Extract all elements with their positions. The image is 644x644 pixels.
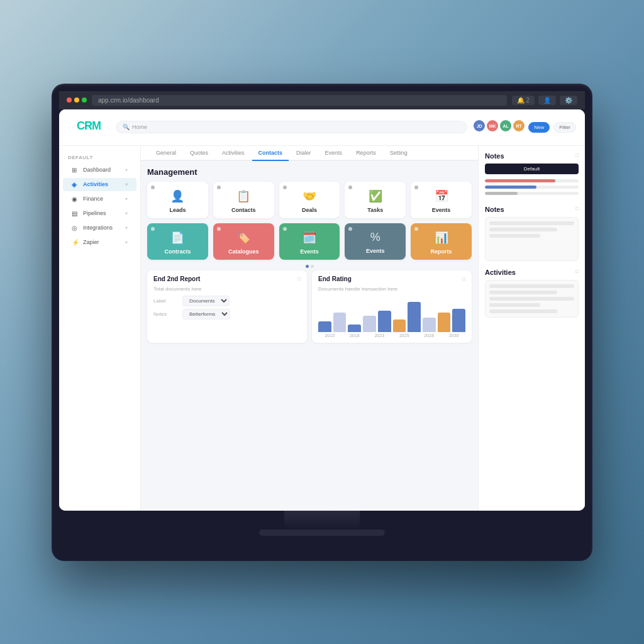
- notes-section-action[interactable]: □: [575, 206, 579, 213]
- browser-bar: app.crm.io/dashboard 🔔 2 👤 ⚙️: [59, 91, 585, 109]
- activities-title: Activities □: [485, 269, 579, 276]
- page-dot-2[interactable]: [311, 265, 314, 268]
- activity-line-4: [489, 303, 540, 307]
- bar-10: [452, 309, 465, 331]
- settings-btn[interactable]: ⚙️: [560, 96, 577, 105]
- notes-section-title: Notes □: [485, 206, 579, 213]
- tab-events[interactable]: Events: [319, 146, 349, 161]
- module-deals[interactable]: 🤝 Deals: [279, 182, 340, 218]
- card-dot-events: [414, 186, 418, 189]
- new-button[interactable]: New: [528, 122, 550, 133]
- window-controls: [67, 97, 87, 103]
- card-dot-reports: [414, 227, 418, 231]
- events2-label: Events: [300, 248, 319, 255]
- bar-1: [318, 321, 331, 332]
- module-discount[interactable]: % Events: [345, 223, 406, 260]
- app-layout: DEFAULT ⊞ Dashboard ▾ ◈ Activities ▾ ◉ F…: [59, 146, 585, 511]
- rating-panel-action[interactable]: □: [462, 276, 465, 282]
- arrow-icon-5: ▾: [125, 240, 128, 245]
- rating-panel-header: End Rating □: [318, 275, 465, 282]
- avatar-1: JD: [474, 120, 485, 131]
- events-label: Events: [432, 207, 451, 213]
- profile-btn[interactable]: 👤: [538, 96, 556, 105]
- notes-default-btn[interactable]: Default: [485, 164, 579, 174]
- discount-label: Events: [366, 248, 385, 254]
- pagination: [147, 265, 472, 268]
- progress-bg-2: [485, 186, 579, 189]
- url-bar[interactable]: app.crm.io/dashboard: [92, 95, 507, 106]
- tab-activities[interactable]: Activities: [216, 146, 251, 161]
- close-dot[interactable]: [67, 97, 72, 103]
- report-panel-action[interactable]: □: [297, 276, 301, 282]
- sidebar-item-integrations[interactable]: ◎ Integrations ▾: [63, 221, 136, 235]
- chart-label-6: 2030: [443, 333, 466, 338]
- maximize-dot[interactable]: [82, 97, 87, 103]
- card-dot-tasks: [348, 186, 352, 189]
- progress-fill-3: [485, 192, 518, 195]
- rating-panel: End Rating □ Documents handle transactio…: [312, 270, 472, 343]
- module-tasks[interactable]: ✅ Tasks: [345, 182, 406, 218]
- card-dot-discount: [348, 227, 352, 231]
- search-icon: 🔍: [123, 124, 130, 130]
- monitor-stand: [284, 511, 360, 530]
- activities-area: [485, 280, 579, 318]
- module-events[interactable]: 📅 Events: [411, 182, 472, 218]
- activities-action[interactable]: □: [575, 269, 579, 276]
- tab-reports[interactable]: Reports: [350, 146, 382, 161]
- module-leads[interactable]: 👤 Leads: [147, 182, 208, 218]
- contacts-label: Contacts: [231, 207, 256, 213]
- page-dot-1[interactable]: [306, 265, 309, 268]
- report-label-row: Label Documents: [153, 296, 301, 306]
- main-content: General Quotes Activities Contacts Diale…: [141, 146, 478, 511]
- activity-line-2: [489, 291, 557, 294]
- module-events2[interactable]: 🗓️ Events: [279, 223, 340, 260]
- tab-quotes[interactable]: Quotes: [184, 146, 214, 161]
- tab-setting[interactable]: Setting: [384, 146, 414, 161]
- sidebar-item-pipelines[interactable]: ▤ Pipelines ▾: [63, 207, 136, 220]
- top-search[interactable]: 🔍 Home: [116, 121, 467, 133]
- module-catalogues[interactable]: 🏷️ Catalogues: [213, 223, 274, 260]
- sidebar: DEFAULT ⊞ Dashboard ▾ ◈ Activities ▾ ◉ F…: [59, 146, 141, 511]
- notification-btn[interactable]: 🔔 2: [512, 96, 535, 105]
- sidebar-item-finance[interactable]: ◉ Finance ▾: [63, 192, 136, 206]
- module-reports[interactable]: 📊 Reports: [411, 223, 472, 260]
- search-placeholder: Home: [132, 124, 147, 130]
- contacts-icon: 📋: [236, 189, 250, 203]
- sidebar-item-activities[interactable]: ◈ Activities ▾: [63, 178, 136, 191]
- module-contacts[interactable]: 📋 Contacts: [213, 182, 274, 218]
- avatar-4: RT: [513, 120, 525, 131]
- nav-tabs: General Quotes Activities Contacts Diale…: [141, 146, 478, 161]
- notes-textarea[interactable]: [485, 217, 579, 261]
- progress-fill-2: [485, 186, 536, 189]
- catalogues-icon: 🏷️: [236, 231, 250, 245]
- notes-section-label: Notes: [485, 206, 504, 213]
- tasks-label: Tasks: [367, 207, 383, 213]
- content-area: Management 👤 Leads 📋 Contacts: [141, 161, 478, 511]
- sidebar-label-zapier: Zapier: [83, 239, 99, 245]
- notes-select[interactable]: Betterforms: [182, 309, 230, 319]
- progress-fill-1: [485, 179, 555, 182]
- sidebar-item-dashboard[interactable]: ⊞ Dashboard ▾: [63, 164, 136, 177]
- contracts-icon: 📄: [170, 231, 184, 245]
- module-contracts[interactable]: 📄 Contracts: [147, 223, 208, 260]
- notes-top-label: Notes: [485, 152, 504, 160]
- notes-top-action[interactable]: □: [575, 152, 579, 160]
- report-panel: End 2nd Report □ Total documents here La…: [147, 270, 307, 343]
- tab-dialer[interactable]: Dialer: [290, 146, 318, 161]
- right-panel: Notes □ Default: [478, 146, 585, 511]
- activity-lines: [489, 284, 574, 313]
- label-select[interactable]: Documents: [182, 296, 230, 306]
- tab-contacts[interactable]: Contacts: [252, 146, 289, 161]
- bar-9: [438, 313, 451, 332]
- sidebar-label-finance: Finance: [83, 196, 103, 202]
- filter-button[interactable]: Filter: [553, 122, 576, 133]
- tab-general[interactable]: General: [150, 146, 182, 161]
- sidebar-label-integrations: Integrations: [83, 225, 113, 231]
- contracts-label: Contracts: [164, 248, 191, 255]
- sidebar-item-zapier[interactable]: ⚡ Zapier ▾: [63, 236, 136, 249]
- progress-item-2: [485, 186, 579, 189]
- arrow-icon-4: ▾: [125, 225, 128, 231]
- chart-label-4: 2025: [393, 333, 416, 338]
- report-notes-row: Notes Betterforms: [153, 309, 301, 319]
- minimize-dot[interactable]: [74, 97, 79, 103]
